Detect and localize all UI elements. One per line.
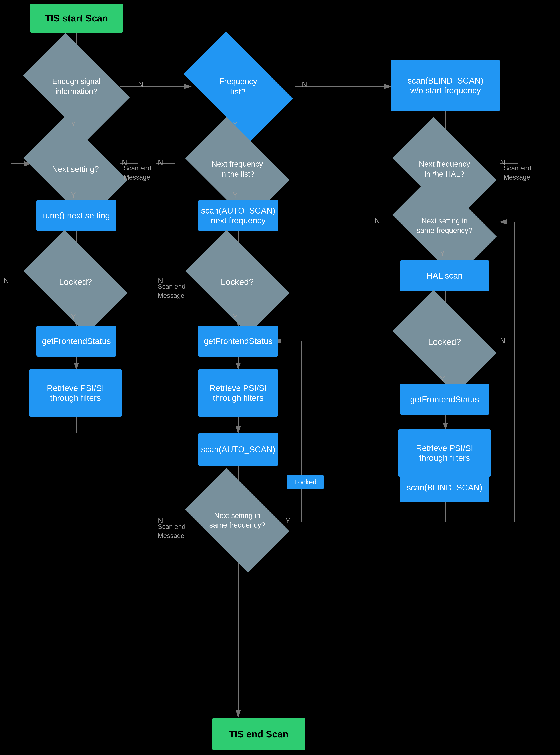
- label-y-locked-left: Y: [71, 313, 76, 321]
- label-n-freq-to-blind: N: [302, 80, 307, 88]
- rect-get-fe-mid: getFrontendStatus: [198, 326, 278, 356]
- rect-scan-auto-next-label: scan(AUTO_SCAN) next frequency: [201, 206, 275, 226]
- end-node: TIS end Scan: [212, 718, 305, 751]
- rect-blind-scan: scan(BLIND_SCAN): [400, 473, 489, 502]
- badge-locked-label: Locked: [294, 478, 317, 486]
- scan-end-1: Scan end Message: [124, 164, 151, 182]
- label-n-locked-left: N: [4, 276, 9, 285]
- rect-get-fe-right-label: getFrontendStatus: [410, 394, 479, 404]
- rect-blind-scan-no-start: scan(BLIND_SCAN) w/o start frequency: [391, 60, 500, 111]
- diamond-next-setting-same-mid: Next setting in same frequency?: [185, 468, 289, 573]
- rect-psi-mid: Retrieve PSI/SI through filters: [198, 369, 278, 417]
- scan-end-3: Scan end Message: [158, 522, 185, 541]
- start-label: TIS start Scan: [45, 13, 108, 24]
- label-n-next-setting-same-right: N: [375, 216, 380, 225]
- rect-get-fe-mid-label: getFrontendStatus: [204, 336, 273, 346]
- badge-locked: Locked: [287, 475, 324, 489]
- rect-psi-right-label: Retrieve PSI/SI through filters: [416, 443, 473, 463]
- rect-psi-left: Retrieve PSI/SI through filters: [29, 369, 122, 417]
- diamond-enough-signal: Enough signal information?: [23, 33, 130, 140]
- label-n-locked-right: N: [500, 336, 505, 345]
- label-y-next-setting-same-mid: Y: [285, 517, 291, 525]
- diamond-next-setting-label: Next setting?: [31, 140, 120, 198]
- rect-hal-scan-label: HAL scan: [426, 271, 463, 280]
- rect-blind-scan-no-start-label: scan(BLIND_SCAN) w/o start frequency: [408, 76, 483, 95]
- rect-psi-left-label: Retrieve PSI/SI through filters: [47, 383, 104, 403]
- start-node: TIS start Scan: [30, 4, 123, 33]
- rect-psi-right: Retrieve PSI/SI through filters: [398, 429, 491, 477]
- rect-scan-auto: scan(AUTO_SCAN): [198, 433, 278, 466]
- label-y-locked-mid: Y: [233, 313, 238, 321]
- diamond-next-freq-list-label: Next frequency in the list?: [193, 140, 282, 198]
- diamond-frequency-list-label: Frequency list?: [191, 56, 285, 116]
- diamond-next-setting-same-right-label: Next setting in same frequency?: [400, 196, 489, 255]
- rect-psi-mid-label: Retrieve PSI/SI through filters: [209, 383, 267, 403]
- rect-scan-auto-next: scan(AUTO_SCAN) next frequency: [198, 200, 278, 231]
- rect-tune-next-label: tune() next setting: [43, 211, 110, 220]
- label-n-next-freq-list: N: [158, 158, 163, 167]
- diamond-locked-mid-label: Locked?: [193, 253, 282, 311]
- label-y-next-freq-list: Y: [233, 191, 238, 199]
- label-n-enough-to-freq: N: [138, 80, 143, 88]
- label-y-locked-right: Y: [440, 375, 445, 383]
- end-label: TIS end Scan: [229, 729, 288, 739]
- rect-get-fe-left: getFrontendStatus: [36, 326, 116, 356]
- label-y-next-setting: Y: [71, 191, 76, 199]
- diamond-frequency-list: Frequency list?: [183, 32, 293, 141]
- rect-tune-next: tune() next setting: [36, 200, 116, 231]
- scan-end-4: Scan end Message: [504, 164, 531, 182]
- diamond-next-setting-same-mid-label: Next setting in same frequency?: [193, 491, 282, 549]
- diamond-enough-signal-label: Enough signal information?: [31, 56, 122, 116]
- rect-get-fe-right: getFrontendStatus: [400, 384, 489, 415]
- scan-end-2: Scan end Message: [158, 282, 185, 301]
- diamond-locked-left-label: Locked?: [31, 253, 120, 311]
- label-y-next-setting-same-right: Y: [440, 249, 445, 257]
- rect-blind-scan-label: scan(BLIND_SCAN): [407, 483, 483, 492]
- diamond-locked-right-label: Locked?: [400, 313, 489, 371]
- rect-hal-scan: HAL scan: [400, 260, 489, 291]
- rect-scan-auto-label: scan(AUTO_SCAN): [201, 444, 275, 454]
- rect-get-fe-left-label: getFrontendStatus: [42, 336, 111, 346]
